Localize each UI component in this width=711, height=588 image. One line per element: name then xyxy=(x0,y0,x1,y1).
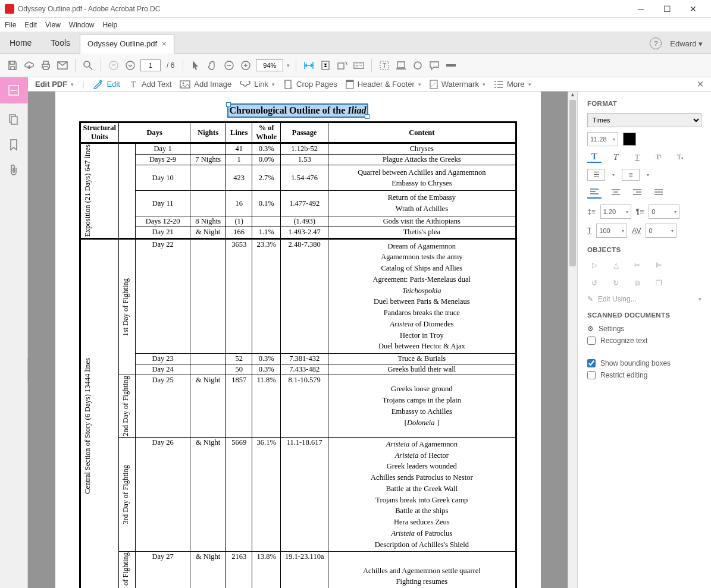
h-scale-input[interactable]: 100 xyxy=(596,224,627,238)
search-icon[interactable] xyxy=(82,59,95,72)
flip-v-icon[interactable]: △ xyxy=(609,259,623,271)
settings-button[interactable]: ⚙Settings xyxy=(587,325,701,333)
maximize-button[interactable]: ☐ xyxy=(654,0,680,18)
document-view[interactable]: Chronological Outline of the Iliad Struc… xyxy=(28,92,568,588)
th-days: Days xyxy=(119,122,190,143)
comment-icon[interactable] xyxy=(428,59,441,72)
tab-home[interactable]: Home xyxy=(0,33,41,53)
edit-pdf-tool-icon[interactable] xyxy=(0,77,28,103)
fit-page-icon[interactable] xyxy=(319,59,332,72)
add-text-button[interactable]: TAdd Text xyxy=(129,80,171,89)
zoom-out-icon[interactable] xyxy=(223,59,236,72)
tab-tools[interactable]: Tools xyxy=(41,33,80,53)
tab-close-icon[interactable]: × xyxy=(162,39,167,48)
font-select[interactable]: Times xyxy=(587,113,701,127)
main-toolbar: / 6 ▾ T xyxy=(0,54,711,77)
fit-width-icon[interactable] xyxy=(302,59,315,72)
align-justify-icon[interactable] xyxy=(652,187,666,199)
svg-rect-13 xyxy=(11,90,17,91)
subscript-icon[interactable]: T₁ xyxy=(673,151,687,163)
vertical-scrollbar[interactable]: ▲ ▼ xyxy=(568,92,577,588)
scroll-thumb[interactable] xyxy=(569,100,576,266)
align-right-icon[interactable] xyxy=(630,187,644,199)
hand-tool-icon[interactable] xyxy=(206,59,219,72)
crop-button[interactable]: Crop Pages xyxy=(283,79,337,90)
edit-button[interactable]: Edit xyxy=(93,80,120,89)
rotate-ccw-icon[interactable]: ↺ xyxy=(587,277,602,289)
print-icon[interactable] xyxy=(39,59,52,72)
email-icon[interactable] xyxy=(56,59,69,72)
arrange-icon[interactable]: ❐ xyxy=(652,277,666,289)
more-dropdown[interactable]: More xyxy=(494,80,531,89)
page-number-input[interactable] xyxy=(140,59,161,71)
page-down-icon[interactable] xyxy=(124,59,137,72)
align-center-icon[interactable] xyxy=(609,187,623,199)
bold-icon[interactable]: T xyxy=(587,151,602,163)
bookmarks-icon[interactable] xyxy=(5,137,22,153)
zoom-input[interactable] xyxy=(256,59,283,71)
minimize-button[interactable]: ─ xyxy=(628,0,654,18)
char-spacing-input[interactable]: 0 xyxy=(646,224,676,238)
pencil-icon: ✎ xyxy=(587,295,593,303)
central-label: Central Section of Story (6 Days) 13444 … xyxy=(83,358,92,494)
menu-edit[interactable]: Edit xyxy=(24,21,37,29)
svg-point-18 xyxy=(183,82,184,84)
page-title[interactable]: Chronological Outline of the Iliad xyxy=(79,103,517,118)
outline-table: Structural Units Days Nights Lines % of … xyxy=(79,121,517,588)
text-edit-icon[interactable]: T xyxy=(378,59,391,72)
para-spacing-input[interactable]: 0 xyxy=(649,205,679,219)
align-left-icon[interactable] xyxy=(587,187,602,199)
stamp-icon[interactable] xyxy=(411,59,424,72)
menu-window[interactable]: Window xyxy=(69,21,95,29)
recognize-text-checkbox[interactable] xyxy=(587,337,596,345)
cloud-icon[interactable] xyxy=(23,59,36,72)
rotate-cw-icon[interactable]: ↻ xyxy=(609,277,623,289)
highlight-icon[interactable] xyxy=(394,59,408,72)
align-obj-icon[interactable]: ⊫ xyxy=(652,259,666,271)
restrict-checkbox[interactable] xyxy=(587,371,596,379)
svg-rect-11 xyxy=(446,64,456,67)
flip-h-icon[interactable]: ▷ xyxy=(587,259,602,271)
zoom-in-icon[interactable] xyxy=(239,59,252,72)
attachments-icon[interactable] xyxy=(5,162,22,178)
edit-pdf-dropdown[interactable]: Edit PDF xyxy=(35,80,74,89)
h-scale-icon: T xyxy=(587,227,591,235)
font-size-input[interactable]: 11.28 xyxy=(587,132,618,146)
line-height-input[interactable]: 1.20 xyxy=(600,205,631,219)
show-bb-checkbox[interactable] xyxy=(587,359,596,367)
underline-icon[interactable]: T xyxy=(630,151,644,163)
italic-icon[interactable]: T xyxy=(609,151,623,163)
selection-tool-icon[interactable] xyxy=(189,59,202,72)
reading-mode-icon[interactable] xyxy=(352,59,365,72)
th-structural: Structural Units xyxy=(80,122,119,143)
rotate-icon[interactable] xyxy=(336,59,349,72)
svg-rect-7 xyxy=(354,62,364,68)
number-list-icon[interactable]: ≡ xyxy=(622,169,640,181)
header-footer-dropdown[interactable]: Header & Footer xyxy=(346,80,421,89)
edit-using-dropdown[interactable]: Edit Using... xyxy=(598,295,694,303)
menu-view[interactable]: View xyxy=(45,21,61,29)
watermark-dropdown[interactable]: Watermark xyxy=(430,80,486,89)
char-spacing-icon: AV xyxy=(632,227,641,235)
superscript-icon[interactable]: T¹ xyxy=(652,151,666,163)
crop-obj-icon[interactable]: ✂ xyxy=(630,259,644,271)
save-icon[interactable] xyxy=(6,59,19,72)
close-button[interactable]: ✕ xyxy=(680,0,706,18)
strikeout-icon[interactable] xyxy=(444,59,458,72)
thumbnails-icon[interactable] xyxy=(5,112,22,128)
menu-file[interactable]: File xyxy=(5,21,16,29)
link-dropdown[interactable]: Link xyxy=(240,80,275,89)
close-edit-icon[interactable]: × xyxy=(697,77,704,91)
bullet-list-icon[interactable]: ☰ xyxy=(587,169,605,181)
add-image-button[interactable]: Add Image xyxy=(180,80,231,89)
help-icon[interactable]: ? xyxy=(650,37,662,49)
user-menu[interactable]: Edward ▾ xyxy=(670,39,703,48)
replace-icon[interactable]: ⧉ xyxy=(630,277,644,289)
menu-help[interactable]: Help xyxy=(103,21,118,29)
restrict-label: Restrict editing xyxy=(600,371,647,379)
scroll-up-icon[interactable]: ▲ xyxy=(568,92,577,100)
page-up-icon[interactable] xyxy=(107,59,120,72)
font-color-swatch[interactable] xyxy=(623,133,636,146)
svg-text:T: T xyxy=(383,62,387,69)
tab-document[interactable]: Odyssey Outline.pdf × xyxy=(80,34,174,54)
